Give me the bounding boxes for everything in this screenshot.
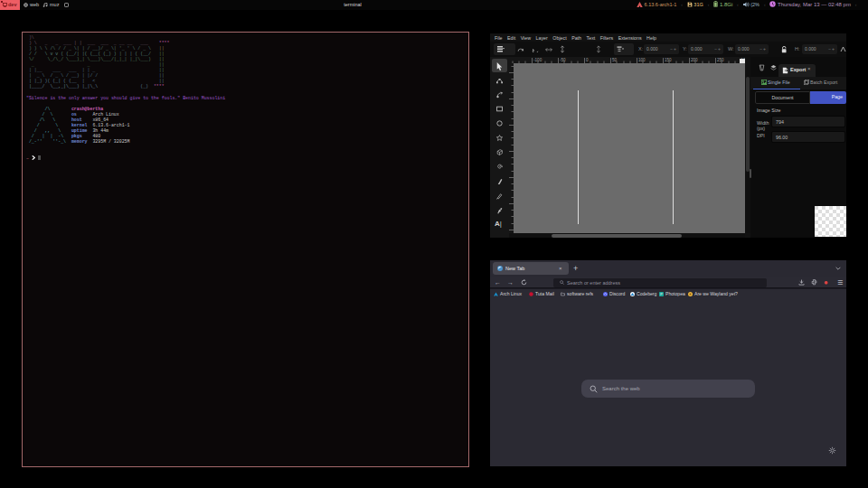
svg-text:250: 250 <box>717 58 724 62</box>
svg-text:0: 0 <box>586 58 589 62</box>
svg-text:100: 100 <box>638 58 646 62</box>
svg-text:150: 150 <box>665 58 672 62</box>
svg-text:200: 200 <box>691 58 698 62</box>
svg-text:-50: -50 <box>560 58 566 62</box>
svg-text:50: 50 <box>612 58 618 62</box>
svg-text:-100: -100 <box>533 58 542 62</box>
